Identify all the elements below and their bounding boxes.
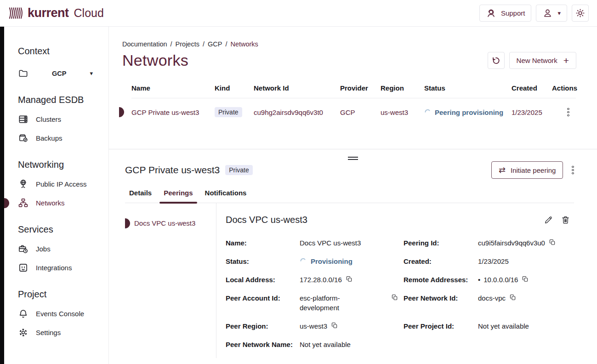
panel-actions: ⇄ Initiate peering: [491, 161, 574, 179]
peering-detail: Docs VPC us-west3: [216, 203, 574, 358]
section-heading-project: Project: [18, 289, 108, 300]
sidebar-item-clusters[interactable]: Clusters: [4, 110, 108, 129]
main-content: Documentation/Projects/GCP/Networks Netw…: [109, 27, 597, 364]
breadcrumb-documentation[interactable]: Documentation: [122, 40, 167, 48]
sidebar-item-networks[interactable]: Networks: [4, 193, 108, 212]
network-detail-panel: GCP Private us-west3 Private ⇄ Initiate …: [109, 149, 597, 364]
kind-badge: Private: [215, 107, 242, 117]
sidebar-item-jobs[interactable]: Jobs: [4, 239, 108, 258]
field-label-peer-account-id: Peer Account Id:: [226, 293, 300, 321]
support-button[interactable]: Support: [479, 5, 532, 22]
row-actions-kebab[interactable]: [564, 108, 576, 117]
sidebar-item-label: Public IP Access: [36, 180, 87, 188]
copy-icon[interactable]: [549, 239, 556, 245]
sidebar-item-label: Clusters: [36, 115, 61, 123]
copy-icon[interactable]: [346, 276, 353, 282]
copy-icon[interactable]: [510, 294, 516, 301]
new-network-button[interactable]: New Network +: [509, 52, 576, 69]
tab-bar: Details Peerings Notifications: [125, 189, 574, 203]
selected-row-marker: [119, 107, 124, 117]
theme-toggle-button[interactable]: [572, 5, 589, 22]
user-menu-button[interactable]: ▾: [536, 5, 567, 22]
active-item-marker: [4, 198, 9, 208]
field-label-name: Name:: [226, 238, 300, 256]
context-selector[interactable]: GCP ▾: [4, 64, 108, 83]
gear-icon: [18, 327, 28, 338]
initiate-peering-button[interactable]: ⇄ Initiate peering: [491, 161, 563, 179]
refresh-button[interactable]: [488, 52, 505, 69]
delete-trash-icon[interactable]: [561, 215, 570, 225]
breadcrumb-separator: /: [171, 40, 172, 48]
kurrent-stripes-icon: [8, 6, 24, 20]
page-actions: New Network +: [488, 52, 576, 69]
field-label-local-address: Local Address:: [226, 275, 300, 293]
outlet-icon: [18, 262, 28, 273]
breadcrumb-projects[interactable]: Projects: [176, 40, 199, 48]
initiate-peering-label: Initiate peering: [511, 166, 556, 174]
peering-list: Docs VPC us-west3: [125, 203, 216, 358]
cell-created: 1/23/2025: [512, 108, 552, 116]
peering-list-item[interactable]: Docs VPC us-west3: [125, 216, 216, 230]
breadcrumb-gcp[interactable]: GCP: [208, 40, 222, 48]
sun-icon: [575, 8, 586, 18]
spinner-icon: [300, 258, 307, 265]
sidebar-item-label: Jobs: [36, 245, 51, 253]
sidebar-item-events-console[interactable]: Events Console: [4, 304, 108, 323]
section-heading-services: Services: [18, 224, 108, 235]
panel-kebab[interactable]: [569, 165, 574, 175]
top-actions: Support ▾: [479, 5, 589, 22]
tab-peerings[interactable]: Peerings: [159, 189, 197, 203]
sidebar-item-label: Networks: [36, 199, 65, 207]
sidebar-item-integrations[interactable]: Integrations: [4, 258, 108, 277]
context-value: GCP: [36, 70, 82, 77]
peering-fields: Name: Docs VPC us-west3 Peering Id: cu9i…: [226, 238, 574, 358]
panel-title: GCP Private us-west3: [125, 165, 220, 176]
field-label-remote-addresses: Remote Addresses:: [404, 275, 478, 293]
sidebar: Context GCP ▾ Managed ESDB Clusters: [4, 27, 109, 364]
bullet-icon: •: [478, 275, 480, 284]
user-icon: [542, 8, 553, 18]
networks-table: Name Kind Network Id Provider Region Sta…: [131, 80, 576, 126]
panel-drag-handle[interactable]: [347, 155, 359, 161]
breadcrumb: Documentation/Projects/GCP/Networks: [122, 40, 597, 48]
kurrent-cloud-logo[interactable]: kurrent Cloud: [8, 6, 104, 20]
breadcrumb-separator: /: [203, 40, 205, 48]
field-value-peer-network-name: Not yet available: [300, 340, 404, 358]
section-heading-managed-esdb: Managed ESDB: [18, 95, 108, 105]
briefcase-clock-icon: [18, 244, 28, 254]
breadcrumb-separator: /: [225, 40, 227, 48]
peer-region-text: us-west3: [300, 321, 327, 331]
peering-id-text: cu9i5fairsdv9qq6v3u0: [478, 238, 545, 248]
spinner-icon: [424, 109, 431, 116]
section-heading-networking: Networking: [18, 159, 108, 170]
copy-icon[interactable]: [331, 322, 338, 329]
field-value-peer-account-id: esc-platform-development: [300, 293, 404, 321]
panel-kind-badge: Private: [225, 165, 253, 175]
field-label-status: Status:: [226, 256, 300, 275]
edit-pencil-icon[interactable]: [544, 215, 553, 225]
bell-icon: [18, 308, 28, 319]
tab-notifications[interactable]: Notifications: [201, 189, 251, 203]
sidebar-item-public-ip-access[interactable]: Public IP Access: [4, 175, 108, 193]
top-bar: kurrent Cloud Support ▾: [0, 0, 597, 27]
backups-icon: [18, 133, 28, 143]
left-edge-strip: [0, 27, 4, 364]
sidebar-item-backups[interactable]: Backups: [4, 129, 108, 148]
globe-stand-icon: [18, 179, 28, 189]
sidebar-item-label: Integrations: [36, 264, 72, 272]
field-value-local-address: 172.28.0.0/16: [300, 275, 404, 293]
status-text: Peering provisioning: [435, 108, 503, 116]
tab-details[interactable]: Details: [125, 189, 156, 203]
table-row[interactable]: GCP Private us-west3 Private cu9hg2airsd…: [131, 98, 576, 126]
field-value-peer-network-id: docs-vpc: [478, 293, 574, 321]
copy-icon[interactable]: [392, 294, 398, 301]
col-header-status: Status: [424, 84, 512, 92]
field-label-peer-region: Peer Region:: [226, 321, 300, 340]
field-value-status: Provisioning: [300, 256, 404, 275]
col-header-actions: Actions: [552, 84, 577, 92]
sidebar-item-label: Backups: [36, 134, 63, 142]
copy-icon[interactable]: [522, 276, 529, 282]
sidebar-item-settings[interactable]: Settings: [4, 323, 108, 342]
col-header-network-id: Network Id: [254, 84, 340, 92]
cell-name[interactable]: GCP Private us-west3: [131, 108, 215, 116]
